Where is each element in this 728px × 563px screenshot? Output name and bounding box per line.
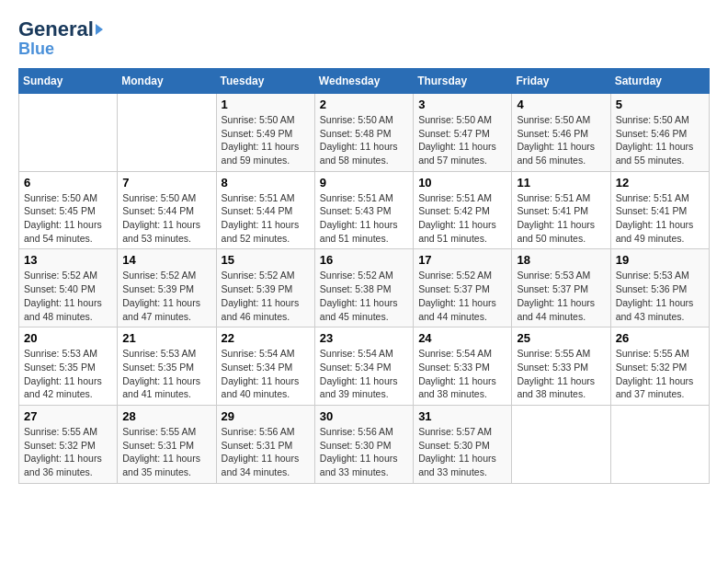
calendar-cell: 2Sunrise: 5:50 AM Sunset: 5:48 PM Daylig…: [314, 93, 413, 171]
calendar-cell: 6Sunrise: 5:50 AM Sunset: 5:45 PM Daylig…: [19, 171, 118, 249]
logo-text-general: General: [18, 18, 94, 40]
weekday-header-friday: Friday: [512, 68, 610, 93]
weekday-header-wednesday: Wednesday: [314, 68, 413, 93]
day-number: 9: [320, 176, 408, 190]
day-number: 10: [418, 176, 506, 190]
day-number: 16: [320, 253, 408, 267]
day-detail: Sunrise: 5:56 AM Sunset: 5:30 PM Dayligh…: [320, 425, 408, 479]
day-detail: Sunrise: 5:55 AM Sunset: 5:31 PM Dayligh…: [122, 425, 210, 479]
day-number: 18: [517, 253, 605, 267]
day-detail: Sunrise: 5:55 AM Sunset: 5:33 PM Dayligh…: [517, 347, 605, 401]
calendar-cell: 14Sunrise: 5:52 AM Sunset: 5:39 PM Dayli…: [118, 249, 216, 327]
day-number: 6: [24, 176, 112, 190]
calendar-week-row: 6Sunrise: 5:50 AM Sunset: 5:45 PM Daylig…: [19, 171, 710, 249]
calendar-cell: 10Sunrise: 5:51 AM Sunset: 5:42 PM Dayli…: [414, 171, 512, 249]
day-detail: Sunrise: 5:55 AM Sunset: 5:32 PM Dayligh…: [24, 425, 112, 479]
day-number: 8: [222, 176, 310, 190]
day-number: 23: [320, 331, 408, 345]
calendar-week-row: 20Sunrise: 5:53 AM Sunset: 5:35 PM Dayli…: [19, 327, 710, 406]
weekday-header-thursday: Thursday: [414, 68, 512, 93]
day-detail: Sunrise: 5:51 AM Sunset: 5:41 PM Dayligh…: [517, 191, 605, 246]
calendar-cell: 1Sunrise: 5:50 AM Sunset: 5:49 PM Daylig…: [216, 93, 314, 171]
day-number: 11: [517, 176, 605, 190]
day-detail: Sunrise: 5:50 AM Sunset: 5:44 PM Dayligh…: [122, 191, 210, 246]
calendar-cell: 5Sunrise: 5:50 AM Sunset: 5:46 PM Daylig…: [610, 93, 709, 171]
day-number: 24: [418, 331, 506, 345]
calendar-cell: 15Sunrise: 5:52 AM Sunset: 5:39 PM Dayli…: [216, 249, 314, 327]
calendar-table: SundayMondayTuesdayWednesdayThursdayFrid…: [18, 68, 710, 484]
day-detail: Sunrise: 5:52 AM Sunset: 5:39 PM Dayligh…: [122, 269, 210, 323]
calendar-cell: 19Sunrise: 5:53 AM Sunset: 5:36 PM Dayli…: [610, 249, 709, 327]
day-number: 22: [222, 331, 310, 345]
day-number: 26: [616, 331, 704, 345]
day-detail: Sunrise: 5:57 AM Sunset: 5:30 PM Dayligh…: [418, 425, 506, 479]
calendar-cell: 24Sunrise: 5:54 AM Sunset: 5:33 PM Dayli…: [414, 327, 512, 406]
day-number: 14: [122, 253, 210, 267]
calendar-week-row: 13Sunrise: 5:52 AM Sunset: 5:40 PM Dayli…: [19, 249, 710, 327]
calendar-cell: [19, 93, 118, 171]
day-detail: Sunrise: 5:50 AM Sunset: 5:46 PM Dayligh…: [616, 113, 704, 167]
day-number: 12: [616, 176, 704, 190]
day-number: 31: [418, 409, 506, 423]
day-number: 27: [24, 409, 112, 423]
day-detail: Sunrise: 5:50 AM Sunset: 5:46 PM Dayligh…: [517, 113, 605, 167]
calendar-cell: 12Sunrise: 5:51 AM Sunset: 5:41 PM Dayli…: [610, 171, 709, 249]
day-number: 20: [24, 331, 112, 345]
calendar-cell: 30Sunrise: 5:56 AM Sunset: 5:30 PM Dayli…: [314, 405, 413, 483]
day-number: 4: [517, 98, 605, 111]
day-detail: Sunrise: 5:53 AM Sunset: 5:35 PM Dayligh…: [122, 347, 210, 401]
calendar-cell: 16Sunrise: 5:52 AM Sunset: 5:38 PM Dayli…: [314, 249, 413, 327]
weekday-header-saturday: Saturday: [610, 68, 709, 93]
day-detail: Sunrise: 5:53 AM Sunset: 5:35 PM Dayligh…: [24, 347, 112, 401]
calendar-cell: 28Sunrise: 5:55 AM Sunset: 5:31 PM Dayli…: [118, 405, 216, 483]
calendar-header-row: SundayMondayTuesdayWednesdayThursdayFrid…: [19, 68, 710, 93]
logo-arrow-icon: [96, 24, 103, 35]
day-detail: Sunrise: 5:50 AM Sunset: 5:45 PM Dayligh…: [24, 191, 112, 246]
day-detail: Sunrise: 5:52 AM Sunset: 5:38 PM Dayligh…: [320, 269, 408, 323]
day-detail: Sunrise: 5:53 AM Sunset: 5:37 PM Dayligh…: [517, 269, 605, 323]
calendar-cell: 11Sunrise: 5:51 AM Sunset: 5:41 PM Dayli…: [512, 171, 610, 249]
calendar-cell: 29Sunrise: 5:56 AM Sunset: 5:31 PM Dayli…: [216, 405, 314, 483]
calendar-cell: 7Sunrise: 5:50 AM Sunset: 5:44 PM Daylig…: [118, 171, 216, 249]
calendar-cell: 3Sunrise: 5:50 AM Sunset: 5:47 PM Daylig…: [414, 93, 512, 171]
logo: General Blue: [18, 18, 103, 59]
day-detail: Sunrise: 5:51 AM Sunset: 5:43 PM Dayligh…: [320, 191, 408, 246]
calendar-cell: 17Sunrise: 5:52 AM Sunset: 5:37 PM Dayli…: [414, 249, 512, 327]
day-number: 2: [320, 98, 408, 111]
calendar-week-row: 1Sunrise: 5:50 AM Sunset: 5:49 PM Daylig…: [19, 93, 710, 171]
day-detail: Sunrise: 5:54 AM Sunset: 5:34 PM Dayligh…: [320, 347, 408, 401]
day-detail: Sunrise: 5:50 AM Sunset: 5:48 PM Dayligh…: [320, 113, 408, 167]
day-number: 19: [616, 253, 704, 267]
day-number: 28: [122, 409, 210, 423]
day-detail: Sunrise: 5:56 AM Sunset: 5:31 PM Dayligh…: [222, 425, 310, 479]
day-detail: Sunrise: 5:53 AM Sunset: 5:36 PM Dayligh…: [616, 269, 704, 323]
calendar-cell: 31Sunrise: 5:57 AM Sunset: 5:30 PM Dayli…: [414, 405, 512, 483]
calendar-cell: 27Sunrise: 5:55 AM Sunset: 5:32 PM Dayli…: [19, 405, 118, 483]
day-number: 3: [418, 98, 506, 111]
weekday-header-tuesday: Tuesday: [216, 68, 314, 93]
calendar-cell: 8Sunrise: 5:51 AM Sunset: 5:44 PM Daylig…: [216, 171, 314, 249]
day-number: 30: [320, 409, 408, 423]
calendar-cell: [118, 93, 216, 171]
day-detail: Sunrise: 5:51 AM Sunset: 5:41 PM Dayligh…: [616, 191, 704, 246]
day-detail: Sunrise: 5:52 AM Sunset: 5:39 PM Dayligh…: [222, 269, 310, 323]
day-detail: Sunrise: 5:50 AM Sunset: 5:47 PM Dayligh…: [418, 113, 506, 167]
weekday-header-monday: Monday: [118, 68, 216, 93]
calendar-cell: 22Sunrise: 5:54 AM Sunset: 5:34 PM Dayli…: [216, 327, 314, 406]
day-number: 29: [222, 409, 310, 423]
logo-text-blue: Blue: [18, 40, 54, 59]
day-number: 21: [122, 331, 210, 345]
page-header: General Blue: [18, 18, 710, 59]
day-detail: Sunrise: 5:51 AM Sunset: 5:42 PM Dayligh…: [418, 191, 506, 246]
day-detail: Sunrise: 5:52 AM Sunset: 5:37 PM Dayligh…: [418, 269, 506, 323]
calendar-cell: 4Sunrise: 5:50 AM Sunset: 5:46 PM Daylig…: [512, 93, 610, 171]
day-number: 17: [418, 253, 506, 267]
day-detail: Sunrise: 5:51 AM Sunset: 5:44 PM Dayligh…: [222, 191, 310, 246]
calendar-cell: [610, 405, 709, 483]
calendar-cell: 13Sunrise: 5:52 AM Sunset: 5:40 PM Dayli…: [19, 249, 118, 327]
day-number: 13: [24, 253, 112, 267]
weekday-header-sunday: Sunday: [19, 68, 118, 93]
day-detail: Sunrise: 5:50 AM Sunset: 5:49 PM Dayligh…: [222, 113, 310, 167]
calendar-cell: 9Sunrise: 5:51 AM Sunset: 5:43 PM Daylig…: [314, 171, 413, 249]
calendar-cell: 21Sunrise: 5:53 AM Sunset: 5:35 PM Dayli…: [118, 327, 216, 406]
